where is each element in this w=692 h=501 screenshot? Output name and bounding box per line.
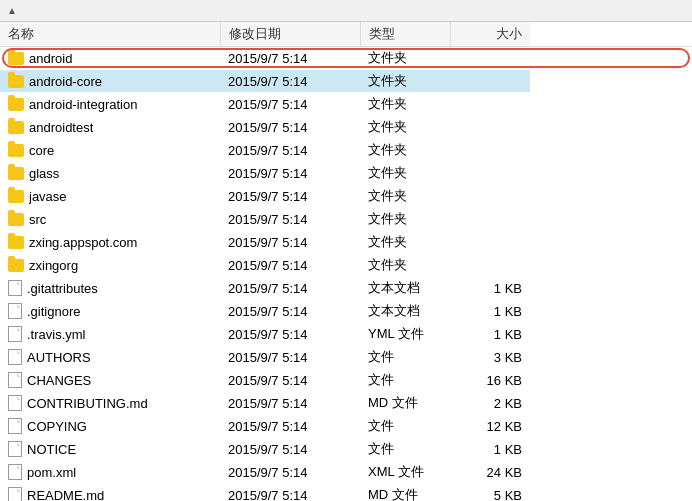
file-date: 2015/9/7 5:14 [220, 461, 360, 484]
file-name: android-integration [29, 97, 137, 112]
folder-icon [8, 52, 24, 65]
table-row[interactable]: android2015/9/7 5:14文件夹 [0, 47, 692, 70]
file-size: 12 KB [450, 415, 530, 438]
file-date: 2015/9/7 5:14 [220, 231, 360, 254]
file-date: 2015/9/7 5:14 [220, 93, 360, 116]
table-row[interactable]: .gitattributes2015/9/7 5:14文本文档1 KB [0, 277, 692, 300]
table-row[interactable]: javase2015/9/7 5:14文件夹 [0, 185, 692, 208]
file-type: 文件夹 [360, 93, 450, 116]
file-size [450, 162, 530, 185]
file-name: .gitattributes [27, 281, 98, 296]
file-size: 1 KB [450, 277, 530, 300]
file-date: 2015/9/7 5:14 [220, 300, 360, 323]
file-date: 2015/9/7 5:14 [220, 323, 360, 346]
file-name: pom.xml [27, 465, 76, 480]
file-type: 文件夹 [360, 231, 450, 254]
table-row[interactable]: COPYING2015/9/7 5:14文件12 KB [0, 415, 692, 438]
table-row[interactable]: CONTRIBUTING.md2015/9/7 5:14MD 文件2 KB [0, 392, 692, 415]
file-icon [8, 326, 22, 342]
file-type: 文件夹 [360, 139, 450, 162]
scroll-up-arrow[interactable]: ▲ [4, 5, 20, 16]
file-type: 文件夹 [360, 208, 450, 231]
table-row[interactable]: pom.xml2015/9/7 5:14XML 文件24 KB [0, 461, 692, 484]
file-type: 文件夹 [360, 116, 450, 139]
file-type: 文件夹 [360, 47, 450, 70]
file-icon [8, 280, 22, 296]
file-size [450, 47, 530, 70]
col-header-size[interactable]: 大小 [450, 22, 530, 47]
file-date: 2015/9/7 5:14 [220, 369, 360, 392]
file-name: android [29, 51, 72, 66]
table-row[interactable]: .gitignore2015/9/7 5:14文本文档1 KB [0, 300, 692, 323]
table-container[interactable]: 名称 修改日期 类型 大小 android2015/9/7 5:14文件夹and… [0, 22, 692, 501]
table-row[interactable]: .travis.yml2015/9/7 5:14YML 文件1 KB [0, 323, 692, 346]
table-row[interactable]: zxing.appspot.com2015/9/7 5:14文件夹 [0, 231, 692, 254]
col-header-name[interactable]: 名称 [0, 22, 220, 47]
file-name: README.md [27, 488, 104, 502]
file-name: CHANGES [27, 373, 91, 388]
folder-icon [8, 144, 24, 157]
folder-icon [8, 98, 24, 111]
file-date: 2015/9/7 5:14 [220, 254, 360, 277]
file-type: MD 文件 [360, 484, 450, 502]
file-type: 文件夹 [360, 70, 450, 93]
file-date: 2015/9/7 5:14 [220, 346, 360, 369]
file-type: 文本文档 [360, 277, 450, 300]
file-type: 文本文档 [360, 300, 450, 323]
file-size [450, 139, 530, 162]
file-date: 2015/9/7 5:14 [220, 415, 360, 438]
table-row[interactable]: src2015/9/7 5:14文件夹 [0, 208, 692, 231]
table-row[interactable]: androidtest2015/9/7 5:14文件夹 [0, 116, 692, 139]
table-row[interactable]: android-core2015/9/7 5:14文件夹 [0, 70, 692, 93]
file-date: 2015/9/7 5:14 [220, 185, 360, 208]
file-date: 2015/9/7 5:14 [220, 392, 360, 415]
folder-icon [8, 167, 24, 180]
file-name: zxingorg [29, 258, 78, 273]
file-manager: ▲ 名称 修改日期 类型 大小 android2015/9/7 5:14文件夹a… [0, 0, 692, 501]
file-type: 文件 [360, 369, 450, 392]
file-name: .travis.yml [27, 327, 86, 342]
table-header-row: 名称 修改日期 类型 大小 [0, 22, 692, 47]
file-icon [8, 349, 22, 365]
col-header-date[interactable]: 修改日期 [220, 22, 360, 47]
file-size: 1 KB [450, 438, 530, 461]
file-size [450, 185, 530, 208]
col-header-type[interactable]: 类型 [360, 22, 450, 47]
file-name: zxing.appspot.com [29, 235, 137, 250]
file-date: 2015/9/7 5:14 [220, 484, 360, 502]
file-size [450, 93, 530, 116]
file-date: 2015/9/7 5:14 [220, 438, 360, 461]
table-row[interactable]: glass2015/9/7 5:14文件夹 [0, 162, 692, 185]
file-name: android-core [29, 74, 102, 89]
file-date: 2015/9/7 5:14 [220, 162, 360, 185]
file-size: 5 KB [450, 484, 530, 502]
file-table: 名称 修改日期 类型 大小 android2015/9/7 5:14文件夹and… [0, 22, 692, 501]
folder-icon [8, 236, 24, 249]
file-date: 2015/9/7 5:14 [220, 116, 360, 139]
file-icon [8, 303, 22, 319]
file-type: 文件 [360, 438, 450, 461]
file-type: 文件 [360, 346, 450, 369]
file-size [450, 254, 530, 277]
table-row[interactable]: android-integration2015/9/7 5:14文件夹 [0, 93, 692, 116]
file-size: 24 KB [450, 461, 530, 484]
file-date: 2015/9/7 5:14 [220, 139, 360, 162]
table-row[interactable]: zxingorg2015/9/7 5:14文件夹 [0, 254, 692, 277]
file-size [450, 208, 530, 231]
file-type: XML 文件 [360, 461, 450, 484]
table-row[interactable]: NOTICE2015/9/7 5:14文件1 KB [0, 438, 692, 461]
table-row[interactable]: README.md2015/9/7 5:14MD 文件5 KB [0, 484, 692, 502]
table-row[interactable]: core2015/9/7 5:14文件夹 [0, 139, 692, 162]
file-type: 文件夹 [360, 254, 450, 277]
table-row[interactable]: AUTHORS2015/9/7 5:14文件3 KB [0, 346, 692, 369]
file-name: NOTICE [27, 442, 76, 457]
file-size: 1 KB [450, 323, 530, 346]
file-name: src [29, 212, 46, 227]
file-size: 1 KB [450, 300, 530, 323]
file-icon [8, 464, 22, 480]
folder-icon [8, 75, 24, 88]
file-size: 3 KB [450, 346, 530, 369]
table-row[interactable]: CHANGES2015/9/7 5:14文件16 KB [0, 369, 692, 392]
file-name: glass [29, 166, 59, 181]
file-size [450, 231, 530, 254]
